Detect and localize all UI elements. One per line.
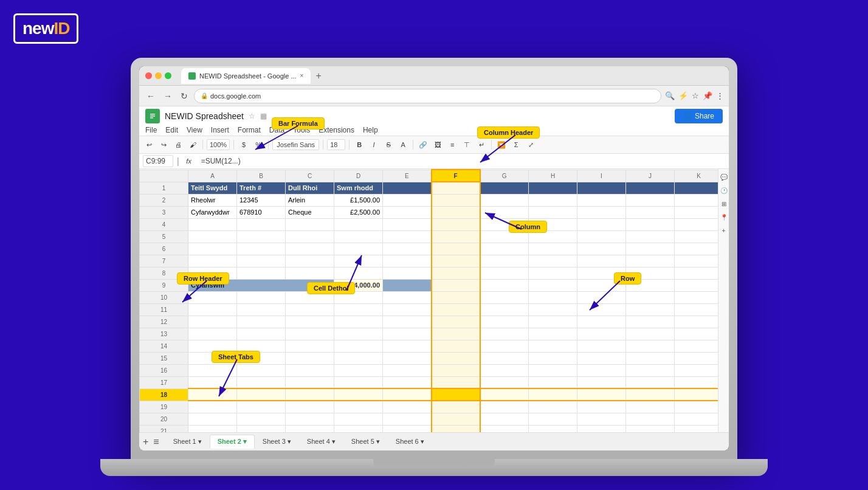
cell-j7[interactable]	[626, 255, 675, 267]
cell-d6[interactable]	[334, 243, 383, 255]
menu-file[interactable]: File	[145, 126, 157, 134]
add-sheet-button[interactable]: +	[143, 437, 148, 447]
cell-d3[interactable]: £2,500.00	[334, 206, 383, 218]
star-icon[interactable]: ☆	[249, 112, 255, 120]
cell-f18[interactable]	[432, 388, 480, 401]
cell-g8[interactable]	[480, 267, 529, 279]
cell-a1[interactable]: Teitl Swydd	[188, 182, 237, 194]
font-selector[interactable]: Josefin Sans	[272, 139, 319, 150]
print-icon[interactable]: 🖨	[172, 139, 184, 151]
expand-icon[interactable]: ⤢	[525, 139, 537, 151]
cell-j1[interactable]	[626, 182, 675, 194]
formula-input[interactable]: =SUM(12...)	[199, 156, 725, 167]
cell-a4[interactable]	[188, 218, 237, 230]
col-header-i[interactable]: I	[577, 170, 626, 182]
link-icon[interactable]: 🔗	[417, 139, 429, 151]
cell-f16[interactable]	[432, 364, 480, 376]
forward-button[interactable]: →	[161, 90, 174, 102]
cell-a3[interactable]: Cyfarwyddwr	[188, 206, 237, 218]
apps-icon[interactable]: ⊞	[720, 199, 728, 208]
cell-i6[interactable]	[577, 243, 626, 255]
fx-icon[interactable]: fx	[183, 155, 195, 167]
cell-c2[interactable]: Arlein	[286, 194, 334, 206]
col-header-b[interactable]: B	[237, 170, 286, 182]
currency-icon[interactable]: $	[238, 139, 250, 151]
sheet-tab-5[interactable]: Sheet 5 ▾	[343, 435, 388, 449]
cell-d8[interactable]	[334, 267, 383, 279]
cell-d1[interactable]: Swm rhodd	[334, 182, 383, 194]
cell-k9[interactable]	[675, 279, 718, 291]
address-bar[interactable]: 🔒 docs.google.com	[194, 89, 661, 103]
cell-e6[interactable]	[383, 243, 432, 255]
cell-j5[interactable]	[626, 230, 675, 243]
cell-f13[interactable]	[432, 328, 480, 340]
cell-g7[interactable]	[480, 255, 529, 267]
cell-f12[interactable]	[432, 316, 480, 328]
cell-k2[interactable]	[675, 194, 718, 206]
cell-c3[interactable]: Cheque	[286, 206, 334, 218]
cell-e7[interactable]	[383, 255, 432, 267]
cell-e18[interactable]	[383, 388, 432, 401]
cell-f9[interactable]	[432, 279, 480, 291]
minimize-button[interactable]	[155, 72, 162, 79]
menu-help[interactable]: Help	[363, 126, 378, 134]
paint-icon[interactable]: 🖌	[187, 139, 199, 151]
cell-f14[interactable]	[432, 340, 480, 352]
cell-f1[interactable]	[432, 182, 480, 194]
redo-icon[interactable]: ↪	[157, 139, 170, 151]
cell-k7[interactable]	[675, 255, 718, 267]
browser-tab[interactable]: NEWID Spreadsheet - Google ... ×	[181, 68, 311, 84]
strikethrough-icon[interactable]: S	[382, 139, 394, 151]
more-icon[interactable]: ⋮	[716, 91, 724, 100]
color-icon[interactable]: A	[397, 139, 409, 151]
chat-icon[interactable]: 💬	[720, 173, 728, 181]
sheet-tab-3[interactable]: Sheet 3 ▾	[255, 435, 299, 449]
cell-reference[interactable]: C9:99	[143, 155, 173, 167]
cell-i1[interactable]	[577, 182, 626, 194]
cell-d18[interactable]	[334, 388, 383, 401]
sheet-tab-2[interactable]: Sheet 2 ▾	[210, 435, 255, 449]
cell-f2[interactable]	[432, 194, 480, 206]
cell-g1[interactable]	[480, 182, 529, 194]
cell-f8[interactable]	[432, 267, 480, 279]
zoom-selector[interactable]: 100%	[207, 139, 230, 150]
italic-icon[interactable]: I	[368, 139, 380, 151]
sheet-tab-1[interactable]: Sheet 1 ▾	[165, 435, 210, 449]
bold-icon[interactable]: B	[353, 139, 365, 151]
cell-k8[interactable]	[675, 267, 718, 279]
cell-a18[interactable]	[188, 388, 237, 401]
cell-c5[interactable]	[286, 230, 334, 243]
col-header-c[interactable]: C	[286, 170, 334, 182]
cell-g18[interactable]	[480, 388, 529, 401]
pin-icon[interactable]: 📌	[703, 91, 712, 100]
cell-k1[interactable]	[675, 182, 718, 194]
cell-f11[interactable]	[432, 303, 480, 316]
cell-c4[interactable]	[286, 218, 334, 230]
cell-k18[interactable]	[675, 388, 718, 401]
cell-h3[interactable]	[529, 206, 577, 218]
new-tab-button[interactable]: +	[313, 71, 323, 81]
valign-icon[interactable]: ⊤	[461, 139, 473, 151]
align-icon[interactable]: ≡	[446, 139, 458, 151]
maximize-button[interactable]	[165, 72, 171, 79]
col-header-e[interactable]: E	[383, 170, 432, 182]
cell-a2[interactable]: Rheolwr	[188, 194, 237, 206]
sum-icon[interactable]: Σ	[510, 139, 522, 151]
cell-c18[interactable]	[286, 388, 334, 401]
filter-icon[interactable]: 🔽	[495, 139, 508, 151]
cell-i3[interactable]	[577, 206, 626, 218]
cell-c1[interactable]: Dull Rhoi	[286, 182, 334, 194]
cell-b1[interactable]: Treth #	[237, 182, 286, 194]
cell-b3[interactable]: 678910	[237, 206, 286, 218]
history-icon[interactable]: 🕐	[720, 186, 728, 195]
menu-view[interactable]: View	[187, 126, 202, 134]
undo-icon[interactable]: ↩	[143, 139, 155, 151]
cell-h1[interactable]	[529, 182, 577, 194]
cell-k3[interactable]	[675, 206, 718, 218]
wrap-icon[interactable]: ↵	[475, 139, 487, 151]
cell-e2[interactable]	[383, 194, 432, 206]
cell-h7[interactable]	[529, 255, 577, 267]
col-header-k[interactable]: K	[675, 170, 718, 182]
cell-h6[interactable]	[529, 243, 577, 255]
cell-b8[interactable]	[237, 267, 286, 279]
